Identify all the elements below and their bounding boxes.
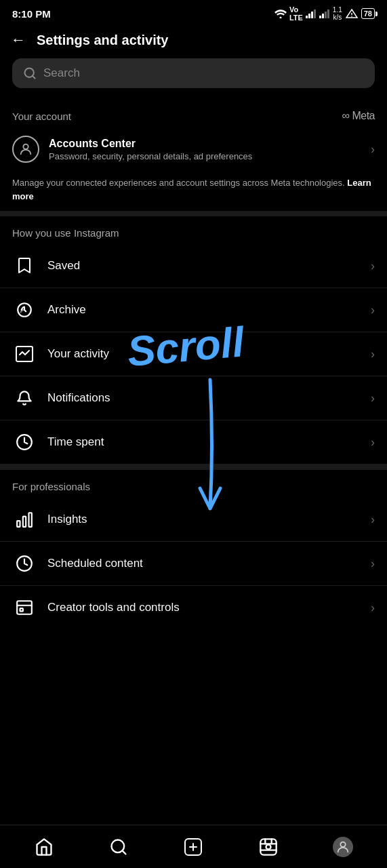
svg-rect-2 bbox=[308, 14, 310, 18]
create-icon bbox=[183, 837, 203, 857]
svg-rect-3 bbox=[311, 12, 313, 18]
search-icon bbox=[23, 66, 37, 80]
scheduled-content-item[interactable]: Scheduled content › bbox=[0, 542, 387, 586]
signal-bars2-icon bbox=[319, 9, 330, 18]
clock-icon bbox=[12, 430, 37, 454]
nav-reels[interactable] bbox=[248, 831, 289, 863]
time-spent-chevron: › bbox=[371, 435, 375, 450]
avatar-icon bbox=[335, 840, 350, 854]
svg-point-10 bbox=[351, 16, 352, 17]
bookmark-icon bbox=[12, 254, 37, 278]
home-icon bbox=[35, 837, 54, 856]
accounts-center-subtitle: Password, security, personal details, ad… bbox=[49, 151, 361, 161]
battery-indicator: 78 bbox=[361, 8, 375, 19]
notifications-chevron: › bbox=[371, 391, 375, 406]
svg-rect-7 bbox=[325, 12, 327, 18]
accounts-center-chevron: › bbox=[371, 142, 375, 157]
accounts-center-row[interactable]: Accounts Center Password, security, pers… bbox=[0, 127, 387, 171]
accounts-center-title: Accounts Center bbox=[49, 138, 361, 150]
notifications-item[interactable]: Notifications › bbox=[0, 376, 387, 420]
svg-point-0 bbox=[279, 16, 281, 18]
svg-rect-4 bbox=[314, 9, 316, 18]
svg-line-12 bbox=[33, 76, 35, 79]
svg-point-36 bbox=[340, 842, 345, 846]
bottom-navigation bbox=[0, 825, 387, 868]
svg-rect-5 bbox=[319, 16, 321, 18]
svg-point-13 bbox=[23, 144, 28, 149]
insights-item[interactable]: Insights › bbox=[0, 498, 387, 542]
activity-icon bbox=[12, 342, 37, 366]
archive-item[interactable]: Archive › bbox=[0, 288, 387, 332]
wifi-icon bbox=[274, 9, 287, 18]
svg-rect-19 bbox=[23, 517, 26, 527]
svg-rect-22 bbox=[17, 601, 32, 614]
meta-info-text: Manage your connected experiences and ac… bbox=[0, 171, 387, 211]
reels-icon bbox=[259, 837, 278, 856]
how-you-use-section-header: How you use Instagram bbox=[0, 216, 387, 244]
svg-rect-20 bbox=[29, 513, 32, 527]
nav-home[interactable] bbox=[24, 831, 64, 863]
bell-icon bbox=[12, 386, 37, 410]
status-icons: VoLTE 1.1k/s 78 bbox=[274, 5, 375, 22]
svg-rect-6 bbox=[322, 14, 324, 18]
your-activity-label: Your activity bbox=[47, 347, 360, 361]
notifications-label: Notifications bbox=[47, 391, 360, 405]
back-button[interactable]: ← bbox=[11, 31, 26, 49]
search-nav-icon bbox=[109, 837, 128, 856]
signal-text: VoLTE bbox=[289, 5, 303, 22]
person-icon bbox=[18, 142, 33, 157]
your-account-section-header: Your account ∞ Meta bbox=[0, 99, 387, 127]
search-container: Search bbox=[12, 58, 375, 88]
svg-line-26 bbox=[123, 850, 126, 854]
meta-logo: ∞ Meta bbox=[342, 110, 375, 122]
nav-profile[interactable] bbox=[323, 831, 363, 863]
time-spent-label: Time spent bbox=[47, 435, 360, 449]
creator-icon bbox=[12, 595, 37, 620]
svg-point-31 bbox=[266, 844, 270, 849]
creator-tools-chevron: › bbox=[371, 601, 375, 615]
saved-label: Saved bbox=[47, 259, 360, 273]
saved-chevron: › bbox=[371, 259, 375, 273]
insights-icon bbox=[12, 507, 37, 532]
section-thick-divider-1 bbox=[0, 211, 387, 216]
svg-rect-8 bbox=[327, 9, 329, 18]
speed-text: 1.1k/s bbox=[333, 6, 342, 21]
accounts-center-icon bbox=[12, 136, 39, 163]
for-professionals-section-header: For professionals bbox=[0, 470, 387, 498]
svg-rect-30 bbox=[260, 839, 276, 854]
scheduled-content-label: Scheduled content bbox=[47, 557, 360, 570]
section-thick-divider-2 bbox=[0, 465, 387, 470]
insights-chevron: › bbox=[371, 513, 375, 527]
archive-icon bbox=[12, 298, 37, 322]
search-bar[interactable]: Search bbox=[12, 58, 375, 88]
signal-bars-icon bbox=[306, 9, 317, 18]
status-bar: 8:10 PM VoLTE 1.1k/s bbox=[0, 0, 387, 24]
nav-search[interactable] bbox=[98, 831, 139, 863]
insights-label: Insights bbox=[47, 513, 360, 526]
svg-rect-1 bbox=[306, 16, 308, 18]
profile-avatar bbox=[333, 837, 353, 857]
svg-rect-18 bbox=[17, 521, 20, 527]
creator-tools-label: Creator tools and controls bbox=[47, 601, 360, 614]
archive-label: Archive bbox=[47, 303, 360, 317]
page-header: ← Settings and activity bbox=[0, 24, 387, 56]
scheduled-content-chevron: › bbox=[371, 557, 375, 571]
status-time: 8:10 PM bbox=[12, 8, 51, 20]
search-placeholder: Search bbox=[43, 66, 80, 80]
time-spent-item[interactable]: Time spent › bbox=[0, 420, 387, 465]
your-activity-chevron: › bbox=[371, 347, 375, 361]
alert-icon bbox=[345, 8, 359, 19]
your-activity-item[interactable]: Your activity › bbox=[0, 332, 387, 376]
creator-tools-item[interactable]: Creator tools and controls › bbox=[0, 586, 387, 629]
scheduled-icon bbox=[12, 551, 37, 576]
your-account-label: Your account bbox=[12, 111, 71, 122]
accounts-center-text: Accounts Center Password, security, pers… bbox=[49, 138, 361, 161]
nav-create[interactable] bbox=[173, 831, 213, 863]
archive-chevron: › bbox=[371, 303, 375, 317]
page-title: Settings and activity bbox=[37, 33, 169, 48]
saved-item[interactable]: Saved › bbox=[0, 244, 387, 288]
svg-rect-24 bbox=[20, 608, 23, 611]
